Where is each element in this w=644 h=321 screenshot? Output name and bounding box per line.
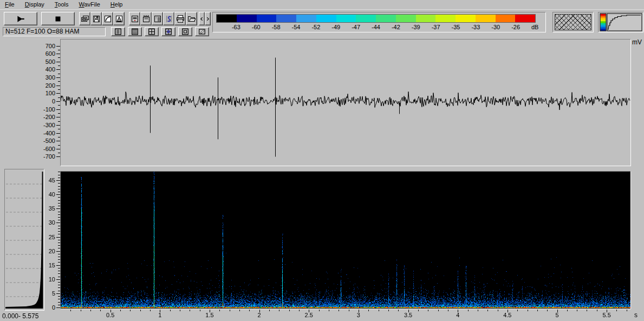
spectrogram-y-tick (58, 212, 60, 212)
spectrogram-y-tick (58, 262, 60, 263)
time-axis-tick (388, 310, 389, 311)
grid-quad-cross-button[interactable] (161, 27, 175, 36)
grid-horizontal-button[interactable] (128, 27, 142, 36)
spectrogram-y-tick (58, 183, 60, 184)
time-axis-tick (190, 310, 190, 311)
pane-signal-button[interactable] (163, 12, 174, 25)
spectrogram-y-tick (58, 200, 60, 201)
time-axis-tick-label: 5 (549, 312, 565, 318)
play-button[interactable] (4, 12, 37, 25)
open-file-button[interactable] (186, 12, 197, 25)
spectrogram-y-tick (56, 265, 60, 266)
db-colorbar-strip (216, 14, 536, 23)
grid-quad-button[interactable] (145, 27, 159, 36)
time-axis-tick (279, 310, 279, 311)
waveform-plot[interactable] (61, 40, 630, 166)
waveform-y-tick (58, 57, 60, 58)
time-axis-tick (219, 310, 220, 311)
next-icon (205, 15, 210, 23)
waveform-y-tick (56, 149, 60, 149)
spectrogram-y-tick (58, 172, 60, 172)
time-axis-tick (547, 310, 548, 311)
colorbar-segment (336, 15, 356, 22)
pane-ticks-button[interactable] (140, 12, 152, 25)
spectrogram-y-tick (58, 186, 60, 187)
menu-item-help[interactable]: Help (109, 1, 124, 8)
play-icon (16, 14, 25, 24)
colorbar-segment (396, 15, 416, 22)
waveform-y-tick (58, 145, 60, 146)
stop-button[interactable] (41, 12, 75, 25)
prev-button[interactable] (199, 12, 205, 25)
time-axis-tick (438, 310, 439, 311)
time-axis-tick (170, 310, 171, 311)
waveform-y-tick-label: 500 (30, 58, 55, 65)
colorbar-segment (496, 15, 516, 22)
time-axis-tick (498, 310, 498, 311)
waveform-y-tick-label: 100 (30, 90, 55, 96)
spectrogram-y-tick (58, 217, 60, 218)
prev-icon (199, 15, 204, 23)
grid-vertical-button[interactable] (111, 27, 125, 36)
menu-item-wavfile[interactable]: WavFile (78, 1, 101, 8)
waveform-y-tick-label: -600 (30, 146, 55, 152)
time-axis-tick (418, 310, 419, 311)
waveform-y-tick (58, 153, 60, 153)
colorbar-segment (217, 15, 237, 22)
grid-quad-cross-icon (165, 28, 172, 35)
waveform-y-tick-label: -500 (30, 137, 55, 144)
menu-item-file[interactable]: File (4, 1, 16, 8)
spectrogram-y-tick (58, 243, 60, 243)
inner-window-button[interactable] (178, 27, 192, 36)
colorbar-tick-label: -47 (347, 24, 365, 30)
time-axis-tick (239, 310, 240, 311)
pane-shaded-button[interactable] (152, 12, 163, 25)
scale-curve-button[interactable] (102, 12, 113, 25)
time-axis-tick (249, 310, 250, 311)
waveform-y-tick (58, 89, 60, 90)
time-axis-tick (150, 310, 151, 311)
palette-transfer-icon (599, 13, 642, 31)
spectrogram-y-tick (58, 299, 60, 299)
spectrogram-y-tick (58, 192, 60, 192)
colorbar-segment (276, 15, 296, 22)
waveform-y-tick-label: 400 (30, 66, 55, 73)
time-axis-tick-label: 4 (450, 312, 466, 318)
hatch-pattern-icon (555, 14, 591, 30)
time-axis-tick (339, 310, 339, 311)
time-axis-tick (230, 310, 230, 311)
waveform-y-tick (56, 54, 60, 54)
time-axis-tick-label: 2.5 (301, 312, 317, 318)
colorbar-segment (456, 15, 476, 22)
menu-item-display[interactable]: Display (24, 1, 45, 8)
time-axis-tick (517, 310, 518, 311)
time-axis-tick (487, 310, 488, 311)
capture-window-button[interactable] (79, 12, 90, 25)
edit-pane-button[interactable] (195, 27, 209, 36)
time-axis-tick (379, 310, 379, 311)
print-button[interactable] (174, 12, 186, 25)
time-axis-tick (597, 310, 597, 311)
spectrogram-y-tick (58, 214, 60, 215)
spectrogram-y-tick (56, 237, 60, 238)
spectrogram-plot[interactable] (61, 172, 630, 309)
peak-window-button[interactable] (113, 12, 125, 25)
grid-horizontal-icon (131, 28, 139, 35)
time-axis-tick (528, 310, 528, 311)
time-axis-tick (616, 310, 617, 311)
time-axis-tick (368, 310, 369, 311)
colorbar-tick-label: -26 (506, 24, 525, 30)
next-button[interactable] (205, 12, 211, 25)
save-button[interactable] (90, 12, 102, 25)
spectrogram-plot-frame (60, 171, 631, 309)
time-axis-tick (140, 310, 141, 311)
waveform-y-tick (58, 121, 60, 122)
waveform-y-tick (56, 141, 60, 141)
spectrogram-y-tick (58, 291, 60, 291)
spectrogram-app-window: { "menu": { "items": ["File", "Display",… (0, 0, 644, 321)
spectrogram-y-tick (58, 206, 60, 206)
pane-trace-button[interactable] (129, 12, 140, 25)
menu-item-tools[interactable]: Tools (54, 1, 70, 8)
pane-trace-icon (131, 15, 139, 23)
time-axis-tick-label: 2 (251, 312, 268, 318)
